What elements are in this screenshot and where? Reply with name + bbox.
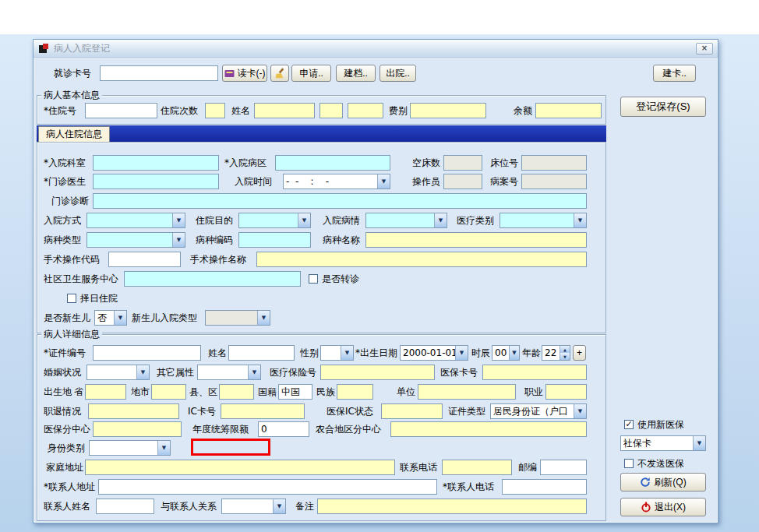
dropdown-arrow-icon[interactable] (377, 174, 390, 188)
dropdown-arrow-icon[interactable] (257, 311, 270, 325)
visit-card-input[interactable] (100, 65, 218, 81)
dropdown-arrow-icon[interactable] (298, 213, 310, 227)
dropdown-arrow-icon[interactable] (509, 346, 519, 360)
balance-input[interactable] (535, 103, 602, 118)
dropdown-arrow-icon[interactable] (574, 213, 586, 227)
card-type-combo[interactable]: 社保卡 (620, 435, 706, 451)
case-no-input[interactable] (521, 174, 587, 189)
ward-input[interactable] (275, 155, 390, 171)
dropdown-arrow-icon[interactable] (248, 365, 260, 379)
basic-name-input[interactable] (254, 103, 315, 118)
diagnosis-input[interactable] (93, 193, 587, 209)
disease-name-input[interactable] (365, 232, 587, 248)
dropdown-arrow-icon[interactable] (434, 213, 447, 227)
fee-type-input[interactable] (410, 103, 486, 118)
ethnic-input[interactable] (337, 384, 373, 400)
insurance-no-input[interactable] (320, 365, 435, 380)
insurance-card-input[interactable] (482, 365, 587, 380)
newborn-type-combo[interactable] (205, 310, 270, 326)
dropdown-arrow-icon[interactable] (693, 436, 705, 450)
checkbox-box[interactable] (67, 294, 76, 303)
dropdown-arrow-icon[interactable] (455, 346, 468, 360)
birth-date-combo[interactable]: 2000-01-01 (400, 345, 468, 361)
broom-button[interactable] (270, 65, 289, 82)
ic-card-input[interactable] (221, 403, 305, 419)
dropdown-arrow-icon[interactable] (114, 311, 126, 325)
zip-input[interactable] (540, 460, 587, 475)
disease-code-input[interactable] (238, 232, 311, 248)
employment-input[interactable] (88, 403, 179, 419)
basic-extra-1-input[interactable] (319, 103, 343, 118)
spinner-down-button[interactable] (560, 353, 570, 360)
occupation-input[interactable] (545, 384, 587, 400)
checkbox-box[interactable] (309, 274, 318, 284)
save-button[interactable]: 登记保存(S) (620, 97, 706, 117)
ins-center-input[interactable] (93, 421, 182, 437)
admit-way-combo[interactable] (86, 213, 185, 228)
hour-combo[interactable]: 00 (492, 345, 520, 361)
read-card-button[interactable]: 读卡(-) (222, 65, 267, 82)
checkbox-box[interactable] (624, 459, 634, 468)
checkbox-box[interactable] (624, 420, 634, 429)
admit-count-input[interactable] (205, 103, 225, 118)
op-code-input[interactable] (108, 252, 181, 267)
condition-combo[interactable] (365, 213, 447, 228)
identity-cat-combo[interactable] (89, 440, 171, 456)
scheduled-checkbox[interactable]: 择日住院 (67, 292, 118, 305)
dropdown-arrow-icon[interactable] (172, 213, 185, 227)
marriage-combo[interactable] (86, 365, 150, 380)
tab-hospitalization-info[interactable]: 病人住院信息 (38, 126, 110, 142)
dropdown-arrow-icon[interactable] (341, 346, 353, 360)
exit-button[interactable]: 退出(X) (620, 498, 706, 516)
other-attr-combo[interactable] (197, 365, 261, 380)
patient-name-input[interactable] (228, 345, 295, 361)
use-new-insurance-checkbox[interactable]: 使用新医保 (624, 418, 684, 431)
gender-combo[interactable] (320, 345, 354, 361)
rural-center-input[interactable] (390, 421, 587, 437)
nationality-input[interactable] (278, 384, 312, 400)
dept-input[interactable] (93, 155, 219, 171)
apply-button[interactable]: 申请.. (291, 65, 331, 82)
archive-button[interactable]: 建档.. (336, 65, 376, 82)
dropdown-arrow-icon[interactable] (136, 365, 149, 379)
province-input[interactable] (85, 384, 126, 400)
employer-input[interactable] (418, 384, 516, 400)
contact-addr-input[interactable] (98, 479, 437, 495)
refresh-button[interactable]: 刷新(Q) (620, 473, 706, 491)
phone-input[interactable] (442, 460, 512, 475)
no-send-insurance-checkbox[interactable]: 不发送医保 (624, 457, 684, 470)
med-category-combo[interactable] (500, 213, 587, 228)
ins-ic-status-input[interactable] (381, 403, 443, 419)
dropdown-arrow-icon[interactable] (157, 441, 170, 455)
age-plus-button[interactable]: + (573, 345, 586, 361)
basic-extra-2-input[interactable] (348, 103, 383, 118)
contact-rel-combo[interactable] (221, 499, 286, 514)
create-card-button[interactable]: 建卡.. (653, 65, 696, 82)
doctor-input[interactable] (93, 174, 219, 189)
home-addr-input[interactable] (85, 460, 395, 475)
bed-no-input[interactable] (521, 155, 587, 171)
id-no-input[interactable] (93, 345, 201, 361)
empty-beds-input[interactable] (443, 155, 482, 171)
age-spinner[interactable]: 22 (542, 345, 570, 361)
remark-input[interactable] (317, 499, 587, 514)
dropdown-arrow-icon[interactable] (273, 499, 285, 513)
operator-input[interactable] (443, 174, 482, 189)
community-input[interactable] (124, 271, 301, 287)
newborn-combo[interactable]: 否 (94, 310, 127, 326)
contact-phone-input[interactable] (502, 479, 587, 495)
annual-limit-input[interactable] (258, 421, 309, 437)
dropdown-arrow-icon[interactable] (172, 233, 185, 247)
admit-time-combo[interactable]: - - : - (283, 174, 390, 189)
transfer-checkbox[interactable]: 是否转诊 (309, 273, 359, 285)
contact-name-input[interactable] (96, 499, 154, 514)
discharge-button[interactable]: 出院.. (380, 65, 416, 82)
spinner-up-button[interactable] (560, 346, 570, 353)
id-type-combo[interactable]: 居民身份证（户口 (490, 403, 587, 419)
disease-type-combo[interactable] (86, 232, 185, 248)
dropdown-arrow-icon[interactable] (574, 404, 586, 418)
county-input[interactable] (219, 384, 254, 400)
purpose-combo[interactable] (238, 213, 311, 228)
inpatient-no-input[interactable] (85, 103, 157, 118)
city-input[interactable] (151, 384, 186, 400)
